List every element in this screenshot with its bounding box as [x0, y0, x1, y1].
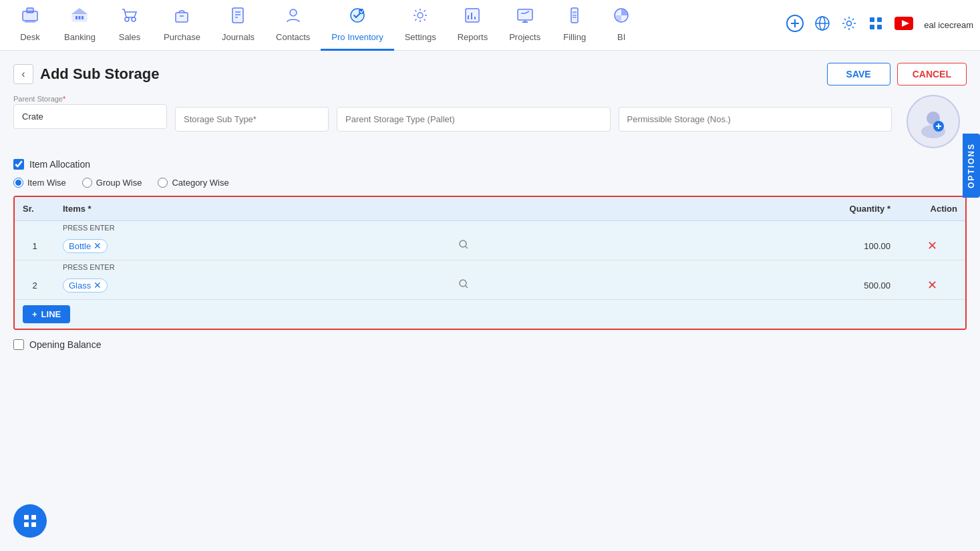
table-header: Sr. Items * Quantity * Action [15, 197, 965, 221]
nav-item-purchase[interactable]: Purchase [153, 0, 211, 51]
storage-sub-type-input[interactable] [175, 107, 329, 132]
avatar[interactable] [907, 95, 960, 148]
projects-icon [516, 6, 534, 29]
nav-item-projects[interactable]: Projects [498, 0, 551, 51]
item-tag-glass-remove[interactable]: ✕ [94, 281, 102, 290]
header-buttons: SAVE CANCEL [827, 63, 967, 85]
radio-group-wise-label: Group Wise [96, 178, 142, 188]
main-content: ‹ Add Sub Storage SAVE CANCEL Parent Sto… [0, 51, 980, 363]
nav-item-settings[interactable]: Settings [394, 0, 447, 51]
opening-balance-row: Opening Balance [13, 339, 967, 350]
item-allocation-checkbox[interactable] [13, 159, 24, 170]
opening-balance-checkbox[interactable] [13, 339, 24, 350]
nav-items: Desk Banking S [7, 0, 786, 51]
nav-item-bi[interactable]: BI [598, 0, 645, 51]
svg-point-11 [132, 17, 136, 21]
add-line-area: + LINE [15, 300, 965, 329]
pro-inventory-icon [348, 6, 367, 29]
parent-storage-type-input[interactable] [337, 107, 611, 132]
nav-label-desk: Desk [20, 32, 40, 42]
nav-label-projects: Projects [509, 32, 540, 42]
gear-icon[interactable] [841, 15, 857, 35]
allocation-section: Item Allocation Item Wise Group Wise Cat… [13, 159, 967, 188]
svg-rect-60 [24, 522, 29, 527]
add-line-button[interactable]: + LINE [23, 305, 70, 323]
nav-item-desk[interactable]: Desk [7, 0, 53, 51]
svg-line-57 [466, 286, 468, 288]
svg-rect-8 [79, 16, 81, 19]
svg-rect-45 [870, 25, 874, 29]
item-tag-bottle-remove[interactable]: ✕ [94, 241, 102, 250]
sales-icon [120, 6, 139, 29]
item-cell-2: Glass ✕ [55, 274, 477, 297]
item-allocation-label: Item Allocation [29, 159, 90, 170]
item-tag-bottle-label: Bottle [69, 241, 91, 251]
parent-storage-input[interactable] [13, 104, 167, 129]
nav-label-sales: Sales [119, 32, 141, 42]
grid-icon[interactable] [868, 15, 884, 35]
page-header: ‹ Add Sub Storage SAVE CANCEL [13, 51, 967, 95]
add-icon[interactable] [786, 15, 804, 36]
permissible-storage-input[interactable] [619, 107, 892, 132]
delete-btn-2[interactable]: ✕ [907, 278, 957, 293]
globe-icon[interactable] [814, 15, 830, 35]
qty-1: 100.00 [477, 237, 899, 255]
user-label[interactable]: eal icecream [924, 20, 973, 30]
cancel-button[interactable]: CANCEL [897, 63, 967, 85]
item-row-1: 1 Bottle ✕ [15, 232, 965, 260]
youtube-icon[interactable] [894, 17, 913, 34]
radio-group-wise[interactable]: Group Wise [82, 178, 142, 188]
nav-item-pro-inventory[interactable]: Pro Inventory [321, 0, 393, 51]
radio-category-wise[interactable]: Category Wise [158, 178, 228, 188]
item-tag-glass-label: Glass [69, 281, 91, 291]
item-tag-bottle: Bottle ✕ [63, 239, 108, 253]
svg-point-10 [125, 17, 129, 21]
delete-btn-1[interactable]: ✕ [907, 238, 957, 253]
items-table: Sr. Items * Quantity * Action PRESS ENTE… [13, 196, 967, 330]
contacts-icon [284, 6, 303, 29]
svg-marker-6 [71, 8, 88, 14]
filling-icon [565, 6, 584, 29]
nav-label-contacts: Contacts [276, 32, 310, 42]
table-row: PRESS ENTER 2 Glass ✕ [15, 260, 965, 300]
sr-1: 1 [15, 237, 55, 255]
svg-rect-14 [232, 8, 243, 23]
parent-storage-type-group [337, 95, 611, 132]
nav-item-banking[interactable]: Banking [53, 0, 106, 51]
radio-item-wise[interactable]: Item Wise [13, 178, 66, 188]
save-button[interactable]: SAVE [827, 63, 890, 85]
page-title: Add Sub Storage [40, 65, 159, 83]
svg-rect-26 [518, 9, 532, 20]
svg-line-55 [466, 246, 468, 248]
svg-rect-59 [31, 515, 36, 520]
bottom-grid-button[interactable] [13, 504, 47, 538]
nav-item-sales[interactable]: Sales [106, 0, 153, 51]
nav-item-filling[interactable]: Filling [551, 0, 598, 51]
nav-item-contacts[interactable]: Contacts [265, 0, 321, 51]
search-icon-1[interactable] [458, 239, 469, 252]
nav-item-reports[interactable]: Reports [447, 0, 499, 51]
back-button[interactable]: ‹ [13, 64, 33, 84]
svg-point-54 [460, 240, 466, 247]
col-sr: Sr. [15, 197, 55, 220]
svg-rect-46 [877, 25, 882, 29]
press-enter-label-1: PRESS ENTER [55, 221, 477, 232]
svg-rect-32 [573, 11, 577, 13]
opening-balance-label: Opening Balance [29, 339, 101, 350]
svg-point-21 [418, 13, 423, 18]
storage-sub-type-group [175, 95, 329, 132]
reports-icon [463, 6, 482, 29]
nav-item-journals[interactable]: Journals [211, 0, 265, 51]
svg-rect-58 [24, 515, 29, 520]
press-enter-row-2: PRESS ENTER [15, 260, 965, 271]
form-row: Parent Storage* [13, 95, 967, 148]
nav-label-settings: Settings [405, 32, 436, 42]
svg-rect-9 [81, 16, 84, 19]
svg-rect-12 [176, 13, 188, 22]
item-allocation-row: Item Allocation [13, 159, 967, 170]
delete-cell-1: ✕ [899, 234, 965, 257]
svg-point-56 [460, 280, 466, 287]
options-sidebar[interactable]: OPTIONS [963, 134, 980, 198]
search-icon-2[interactable] [458, 279, 469, 292]
delete-cell-2: ✕ [899, 274, 965, 297]
